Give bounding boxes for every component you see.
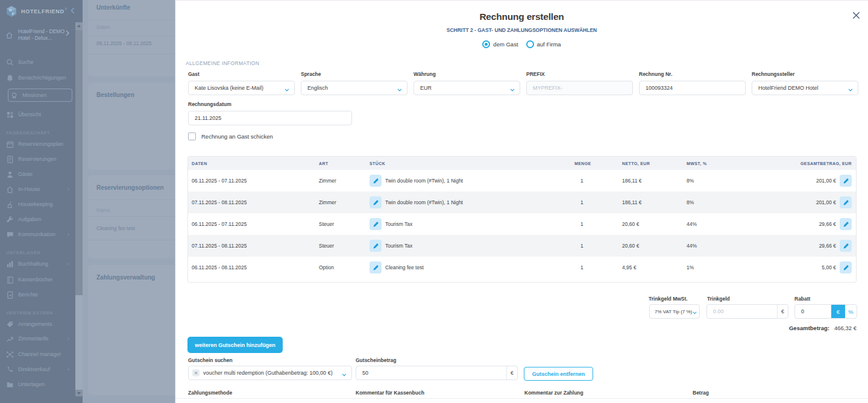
sidebar-item-zimmertarife[interactable]: Zimmertarife›	[0, 331, 75, 346]
edit-icon[interactable]	[370, 196, 382, 208]
col-header-stueck: STÜCK	[370, 161, 574, 166]
cell-stueck: Twin double room (#Twin), 1 Night	[370, 196, 574, 208]
chevron-down-icon	[397, 87, 402, 93]
folder-icon	[6, 381, 14, 389]
trinkgeld-mwst-select[interactable]: 7% VAT Tip (7 %)	[649, 304, 700, 319]
chevron-right-icon: ›	[68, 336, 69, 342]
edit-icon[interactable]	[840, 175, 852, 187]
trinkgeld-mwst-label: Trinkgeld MwSt.	[649, 296, 688, 302]
modal-subtitle: SCHRITT 2 - GAST- UND ZAHLUNGSOPTIONEN A…	[175, 27, 868, 33]
gast-select[interactable]: Kate Lisovska (keine E-Mail)	[188, 81, 295, 95]
sidebar-item-berichte[interactable]: Berichte	[0, 287, 75, 302]
edit-icon[interactable]	[840, 240, 852, 252]
wrench-icon	[6, 216, 14, 223]
cell-art: Option	[319, 264, 370, 270]
col-header-mwst: MWST, %	[687, 161, 771, 166]
sidebar-item-g-ste[interactable]: Gäste	[0, 167, 75, 181]
rechnungsdatum-input[interactable]: 21.11.2025	[188, 111, 352, 125]
sidebar-item-missionen[interactable]: Missionen	[0, 88, 75, 102]
gesamtbetrag-line: Gesamtbetrag:466,32 €	[789, 325, 857, 331]
sidebar-item-reservierungsplan[interactable]: Reservierungsplan	[0, 137, 75, 151]
edit-icon[interactable]	[370, 175, 382, 187]
checkbox-icon[interactable]	[188, 133, 196, 140]
cell-daten: 06.11.2025 - 07.11.2025	[192, 221, 319, 227]
edit-icon[interactable]	[370, 240, 382, 252]
edit-icon[interactable]	[370, 218, 382, 230]
chevron-right-icon: ›	[68, 261, 69, 267]
rabatt-label: Rabatt	[794, 296, 810, 302]
edit-icon[interactable]	[840, 261, 852, 273]
cell-art: Zimmer	[319, 178, 370, 184]
nav-section-unterlagen: UNTERLAGEN	[6, 250, 40, 255]
edit-icon[interactable]	[370, 261, 382, 273]
cell-menge: 1	[574, 178, 622, 184]
remove-voucher-button[interactable]: Gutschein entfernen	[524, 367, 593, 381]
trinkgeld-input[interactable]: 0.00€	[706, 304, 788, 319]
gutschein-select[interactable]: ✕ voucher multi redemption (Guthabenbetr…	[188, 366, 352, 380]
radio-auf-firma[interactable]: auf Firma	[526, 40, 561, 48]
rabatt-percent-toggle[interactable]: %	[845, 305, 857, 318]
rabatt-input[interactable]: 0	[795, 305, 831, 318]
add-voucher-button[interactable]: weiteren Gutschein hinzufügen	[187, 337, 283, 353]
col-header-menge: MENGE	[574, 161, 622, 166]
sidebar-item-kassenb-cher[interactable]: Kassenbücher	[0, 272, 75, 287]
sidebar-scrollbar[interactable]	[75, 22, 83, 396]
modal-title: Rechnung erstellen	[175, 11, 868, 23]
cell-menge: 1	[574, 243, 622, 249]
zahlungsmethode-label: Zahlungsmethode	[188, 390, 232, 396]
edit-icon[interactable]	[840, 196, 852, 208]
remove-chip-icon[interactable]: ✕	[192, 369, 200, 376]
cell-netto: 186,11 €	[622, 178, 687, 184]
scrollbar-thumb[interactable]	[75, 30, 83, 295]
table-header-row: DATENARTSTÜCKMENGENETTO, EURMWST, %GESAM…	[188, 157, 856, 170]
sidebar-item-direktverkauf[interactable]: Direktverkauf›	[0, 362, 75, 376]
cell-mwst: 44%	[687, 243, 771, 249]
scrollbar-up-arrow[interactable]	[75, 22, 83, 30]
cell-menge: 1	[574, 199, 622, 205]
sidebar-item-benachrichtigungen[interactable]: Benachrichtigungen	[0, 70, 75, 85]
prefix-input[interactable]: MYPREFIX-	[526, 81, 633, 95]
cell-menge: 1	[574, 264, 622, 270]
table-row: 06.11.2025 - 07.11.2025SteuerTourism Tax…	[188, 213, 856, 235]
phone-icon	[6, 366, 14, 373]
nav-section-tagesgesch-ft: TAGESGESCHÄFT	[6, 130, 50, 136]
gast-label: Gast	[188, 71, 200, 77]
table-row: 07.11.2025 - 08.11.2025ZimmerTwin double…	[188, 192, 856, 213]
sprache-select[interactable]: Englisch	[301, 81, 407, 95]
rabatt-input-group: 0 € %	[794, 304, 857, 319]
sidebar-collapse-icon[interactable]	[71, 7, 75, 14]
chevron-right-icon: ›	[68, 366, 69, 372]
sidebar-item-in-house[interactable]: In-House›	[0, 182, 75, 196]
sidebar-item-housekeeping[interactable]: Housekeeping	[0, 197, 75, 211]
sidebar-item-unterlagen[interactable]: Unterlagen	[0, 377, 75, 392]
betrag-label: Betrag	[693, 390, 709, 396]
calendar-icon	[6, 140, 14, 148]
rabatt-euro-toggle[interactable]: €	[831, 305, 845, 318]
home-icon	[5, 31, 13, 42]
rechnung-nr-input[interactable]: 100093324	[639, 81, 746, 95]
sidebar-item-aufgaben[interactable]: Aufgaben	[0, 212, 75, 226]
hotel-selector[interactable]: HotelFriend - DEMOHotel - Delux...	[0, 27, 75, 43]
sidebar-item-channel-manager[interactable]: Channel manager	[0, 347, 75, 361]
sidebar-item-kommunikation[interactable]: Kommunikation›	[0, 227, 75, 242]
broom-icon	[6, 201, 14, 208]
col-header-netto: NETTO, EUR	[622, 161, 687, 166]
sidebar-item-buchhaltung[interactable]: Buchhaltung›	[0, 257, 75, 271]
kassenbuch-kommentar-label: Kommentar für Kassenbuch	[356, 390, 424, 396]
table-row: 06.11.2025 - 08.11.2025OptionCleaning fe…	[188, 257, 856, 278]
edit-icon[interactable]	[840, 218, 852, 230]
sidebar-item-reservierungen[interactable]: Reservierungen	[0, 152, 75, 166]
sidebar-item--bersicht[interactable]: Übersicht	[0, 107, 75, 122]
search-icon	[6, 58, 14, 66]
scrollbar-down-arrow[interactable]	[75, 390, 83, 396]
send-invoice-checkbox-row[interactable]: Rechnung an Gast schicken	[188, 133, 273, 140]
rechnungssteller-select[interactable]: HotelFriend DEMO Hotel	[752, 81, 858, 95]
sidebar-item-suche[interactable]: Suche	[0, 55, 75, 69]
gutscheinbetrag-input[interactable]: 50€	[356, 366, 518, 380]
grid-icon	[6, 111, 14, 119]
waehrung-select[interactable]: EUR	[414, 81, 520, 95]
sidebar-item-arrangements[interactable]: Arrangements	[0, 317, 75, 331]
radio-dem-gast[interactable]: dem Gast	[482, 40, 518, 48]
cell-art: Steuer	[319, 243, 370, 249]
cell-mwst: 8%	[687, 199, 771, 205]
